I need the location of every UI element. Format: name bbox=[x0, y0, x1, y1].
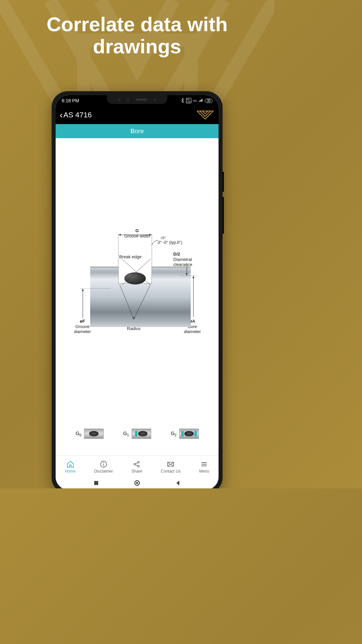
svg-line-21 bbox=[135, 465, 138, 466]
nav-contact-label: Contact Us bbox=[161, 469, 181, 474]
phone-mockup: 6:18 PM VoLTE 4G 30 ‹ AS 4716 bbox=[52, 91, 223, 488]
signal-icon bbox=[198, 99, 203, 103]
nav-menu-label: Menu bbox=[199, 469, 209, 474]
home-icon bbox=[66, 460, 74, 468]
nav-disclaimer[interactable]: Disclaimer bbox=[94, 460, 113, 474]
headline: Correlate data with drawings bbox=[0, 0, 274, 64]
svg-point-28 bbox=[136, 482, 138, 484]
diagram-area: G Groove width +5° 0° -0° (typ.0°) Break… bbox=[62, 145, 212, 422]
dimension-lines bbox=[70, 228, 204, 339]
thumb-g0-image bbox=[84, 429, 104, 439]
nav-home-label: Home bbox=[65, 469, 76, 474]
svg-line-12 bbox=[134, 284, 150, 319]
nav-contact[interactable]: Contact Us bbox=[161, 460, 181, 474]
network-icon: 4G bbox=[193, 99, 197, 102]
android-recent-button[interactable] bbox=[93, 480, 99, 487]
thumb-g1-image bbox=[132, 429, 151, 439]
nav-menu[interactable]: Menu bbox=[199, 460, 209, 474]
nav-share-label: Share bbox=[131, 469, 142, 474]
subheader: Bore bbox=[56, 124, 219, 138]
menu-icon bbox=[200, 460, 208, 468]
phone-notch bbox=[107, 95, 167, 104]
svg-line-11 bbox=[120, 284, 134, 319]
nav-share[interactable]: Share bbox=[131, 460, 142, 474]
brand-logo bbox=[196, 110, 215, 120]
app-header: ‹ AS 4716 bbox=[56, 106, 219, 124]
svg-rect-26 bbox=[94, 481, 98, 485]
thumb-g2-label: G2 bbox=[171, 430, 176, 437]
thumb-g1-label: G1 bbox=[123, 430, 129, 437]
chevron-left-icon: ‹ bbox=[60, 110, 63, 120]
android-back-button[interactable] bbox=[175, 480, 181, 487]
thumbnail-row: G0 G1 G2 bbox=[62, 422, 212, 449]
thumb-g2[interactable]: G2 bbox=[171, 429, 198, 439]
subheader-title: Bore bbox=[130, 127, 144, 135]
bottom-nav: Home Disclaimer Share bbox=[56, 455, 219, 478]
mail-icon bbox=[167, 460, 175, 468]
technical-diagram: G Groove width +5° 0° -0° (typ.0°) Break… bbox=[70, 228, 204, 339]
thumb-g1[interactable]: G1 bbox=[123, 429, 151, 439]
thumb-g0[interactable]: G0 bbox=[75, 429, 103, 439]
nav-disclaimer-label: Disclaimer bbox=[94, 469, 113, 474]
share-icon bbox=[133, 460, 141, 468]
svg-point-16 bbox=[103, 462, 104, 463]
thumb-g2-image bbox=[179, 429, 199, 439]
info-icon bbox=[100, 460, 108, 468]
battery-icon: 30 bbox=[205, 99, 213, 103]
status-time: 6:18 PM bbox=[62, 98, 79, 103]
bluetooth-icon bbox=[181, 98, 184, 103]
svg-line-20 bbox=[135, 463, 138, 464]
android-home-button[interactable] bbox=[134, 480, 140, 487]
back-label: AS 4716 bbox=[63, 111, 92, 119]
android-nav bbox=[56, 478, 219, 488]
content-area: G Groove width +5° 0° -0° (typ.0°) Break… bbox=[56, 138, 219, 455]
thumb-g0-label: G0 bbox=[75, 430, 81, 437]
vo-lte-icon: VoLTE bbox=[186, 98, 191, 103]
nav-home[interactable]: Home bbox=[65, 460, 76, 474]
back-button[interactable]: ‹ AS 4716 bbox=[60, 110, 92, 120]
